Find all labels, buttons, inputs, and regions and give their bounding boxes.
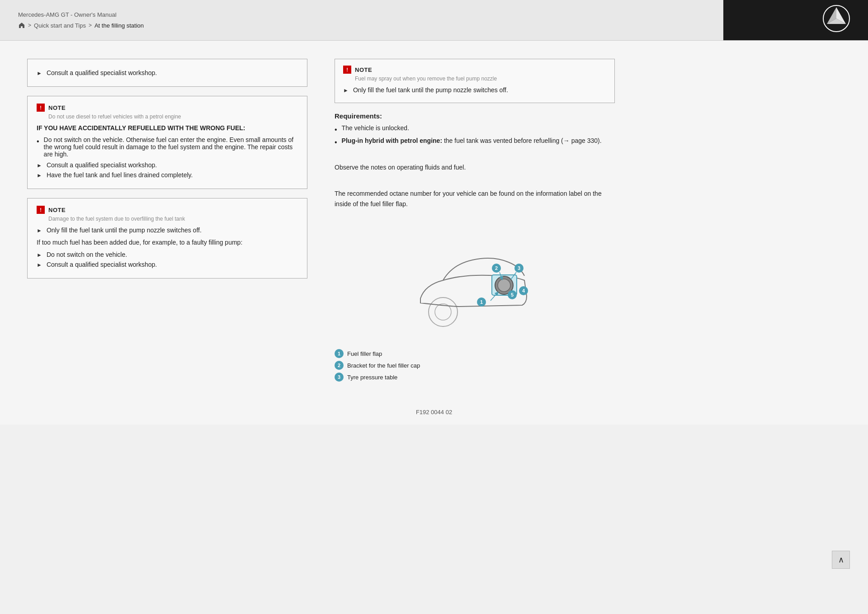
breadcrumb-sep1: > [28,22,31,28]
req-bullet-icon-2: • [335,139,337,146]
right-column: ! NOTE Fuel may spray out when you remov… [335,59,615,382]
legend-num-3: 3 [335,373,344,382]
arrow-item-consult: ► Consult a qualified specialist worksho… [37,69,298,76]
arrow-icon-6: ► [37,262,42,268]
brand-panel [723,0,868,40]
manual-title: Mercedes-AMG GT - Owner's Manual [18,11,144,18]
legend-num-1: 1 [335,349,344,358]
svg-text:3: 3 [518,265,520,271]
scroll-up-button[interactable]: ∧ [832,551,850,569]
header-right [723,0,868,40]
legend-label-3: Tyre pressure table [347,374,397,381]
scroll-up-icon: ∧ [838,555,844,565]
note-icon-right: ! [343,66,351,74]
bullet-icon-1: • [37,138,39,145]
octane-text: The recommended octane number for your v… [335,189,615,209]
note-box-right: ! NOTE Fuel may spray out when you remov… [335,59,615,103]
note-label-right: NOTE [355,66,372,73]
bullet-text-1: Do not switch on the vehicle. Otherwise … [44,136,298,158]
arrow-text-consult: Consult a qualified specialist workshop. [47,161,157,169]
observe-text: Observe the notes on operating fluids an… [335,162,615,172]
bullet-wrong-fuel-1: • Do not switch on the vehicle. Otherwis… [37,136,298,158]
arrow-overfill-1: ► Only fill the fuel tank until the pump… [37,227,298,234]
note-icon-wrong-fuel: ! [37,104,45,112]
mercedes-logo [823,5,850,36]
arrow-overfill-2: ► Do not switch on the vehicle. [37,251,298,258]
note-subtitle-overfill: Damage to the fuel system due to overfil… [48,216,298,222]
arrow-wrong-fuel-consult: ► Consult a qualified specialist worksho… [37,161,298,169]
legend-item-1: 1 Fuel filler flap [335,349,615,358]
fuel-diagram: 1 2 3 4 [335,226,615,330]
arrow-icon: ► [37,70,42,76]
arrow-icon-2: ► [37,162,42,169]
svg-text:5: 5 [511,292,514,298]
requirements-heading: Requirements: [335,112,615,120]
arrow-overfill-3: ► Consult a qualified specialist worksho… [37,261,298,268]
svg-point-1 [429,298,458,326]
box-overfilling: ! NOTE Damage to the fuel system due to … [27,198,307,279]
left-column: ► Consult a qualified specialist worksho… [27,59,307,382]
footer-code: F192 0044 02 [416,409,452,416]
breadcrumb-link1[interactable]: Quick start and Tips [34,22,86,29]
legend-num-2: 2 [335,361,344,370]
legend-item-3: 3 Tyre pressure table [335,373,615,382]
note-label-wrong-fuel: NOTE [48,104,66,111]
svg-text:4: 4 [522,288,525,293]
legend-label-2: Bracket for the fuel filler cap [347,362,420,369]
arrow-right-note: ► Only fill the fuel tank until the pump… [343,86,606,94]
arrow-wrong-fuel-drain: ► Have the fuel tank and fuel lines drai… [37,171,298,179]
req-text-2: Plug-in hybrid with petrol engine: the f… [342,137,602,144]
note-header-wrong-fuel: ! NOTE [37,104,298,112]
arrow-text-drain: Have the fuel tank and fuel lines draine… [47,171,193,179]
header-left: Mercedes-AMG GT - Owner's Manual > Quick… [0,7,162,33]
page-footer: F192 0044 02 [0,400,868,425]
car-outline: 1 2 3 4 [420,258,528,326]
req-bullet-1: • The vehicle is unlocked. [335,124,615,133]
note-label-overfill: NOTE [48,207,66,213]
svg-text:2: 2 [495,265,498,271]
legend-item-2: 2 Bracket for the fuel filler cap [335,361,615,370]
consult-text: Consult a qualified specialist workshop. [47,69,157,76]
page-header: Mercedes-AMG GT - Owner's Manual > Quick… [0,0,868,41]
req-text-1: The vehicle is unlocked. [342,124,409,132]
main-content: ► Consult a qualified specialist worksho… [0,41,868,400]
arrow-text-right: Only fill the fuel tank until the pump n… [353,86,508,94]
note-subtitle-right: Fuel may spray out when you remove the f… [355,76,606,82]
box-consult: ► Consult a qualified specialist worksho… [27,59,307,87]
arrow-icon-3: ► [37,172,42,179]
box-wrong-fuel: ! NOTE Do not use diesel to refuel vehic… [27,96,307,189]
diagram-svg: 1 2 3 4 [407,226,542,330]
home-icon[interactable] [18,22,25,29]
note-header-overfill: ! NOTE [37,206,298,214]
breadcrumb: > Quick start and Tips > At the filling … [18,22,144,29]
requirements-section: Requirements: • The vehicle is unlocked.… [335,112,615,150]
legend-list: 1 Fuel filler flap 2 Bracket for the fue… [335,349,615,382]
arrow-icon-right: ► [343,87,349,94]
req-bullet-icon-1: • [335,126,337,133]
req-bullet-2: • Plug-in hybrid with petrol engine: the… [335,137,615,146]
overfill-plain-text: If too much fuel has been added due, for… [37,237,298,247]
breadcrumb-current: At the filling station [94,22,144,29]
svg-text:1: 1 [480,299,483,305]
warning-wrong-fuel: IF YOU HAVE ACCIDENTALLY REFUELLED WITH … [37,124,298,132]
note-header-right: ! NOTE [343,66,606,74]
svg-point-5 [498,279,510,292]
note-subtitle-wrong-fuel: Do not use diesel to refuel vehicles wit… [48,113,298,120]
note-icon-overfill: ! [37,206,45,214]
arrow-text-dont-switch: Do not switch on the vehicle. [47,251,127,258]
legend-label-1: Fuel filler flap [347,350,382,357]
arrow-text-overfill: Only fill the fuel tank until the pump n… [47,227,202,234]
arrow-icon-4: ► [37,227,42,234]
breadcrumb-sep2: > [89,22,92,28]
arrow-icon-5: ► [37,252,42,258]
arrow-text-consult2: Consult a qualified specialist workshop. [47,261,157,268]
